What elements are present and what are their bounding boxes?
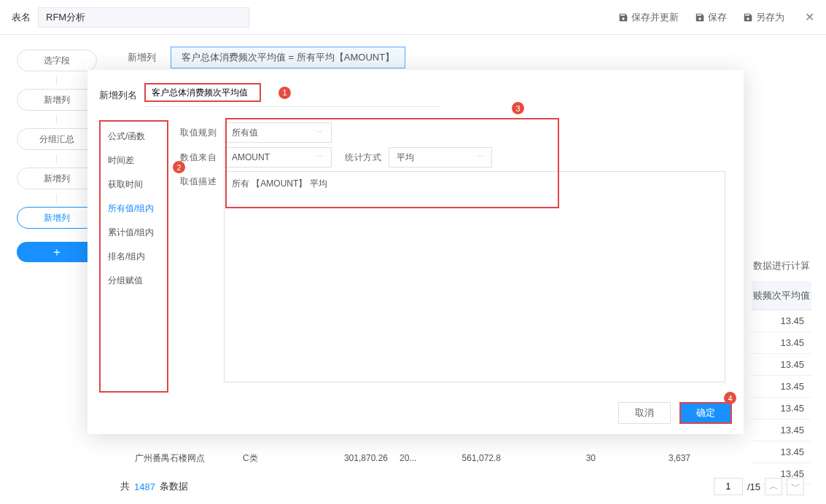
table-cell: 13.45 — [752, 332, 811, 354]
stat-value: 平均 — [397, 151, 414, 164]
table-cell: 13.45 — [752, 398, 811, 420]
page-total: /15 — [747, 481, 760, 492]
row-v4: 30 — [507, 453, 601, 463]
callout-4: 4 — [724, 392, 736, 404]
func-rank[interactable]: 排名/组内 — [101, 245, 167, 269]
page-input[interactable] — [714, 478, 743, 495]
page-next-button[interactable]: ﹀ — [787, 478, 804, 495]
table-name-input[interactable] — [38, 7, 249, 28]
form-area: 取值规则 所有值 ﹀ 数值来自 AMOUNT ﹀ 统计方式 平均 ﹀ — [180, 120, 732, 393]
cancel-button[interactable]: 取消 — [618, 402, 671, 424]
step-add-col-2[interactable]: 新增列 — [17, 168, 97, 189]
row-desc: 取值描述 所有 【AMOUNT】 平均 — [180, 171, 732, 382]
footer-suffix: 条数据 — [160, 480, 188, 493]
row-v2: 20... — [394, 453, 423, 463]
save-update-button[interactable]: 保存并更新 — [618, 11, 679, 24]
step-add-col-3[interactable]: 新增列 — [17, 207, 97, 229]
page-prev-button[interactable]: ︿ — [765, 478, 782, 495]
func-gettime[interactable]: 获取时间 — [101, 173, 167, 197]
stat-label: 统计方式 — [345, 151, 381, 164]
footer-count: 1487 — [134, 481, 155, 492]
save-as-button[interactable]: 另存为 — [743, 11, 784, 24]
ok-button[interactable]: 确定 — [679, 402, 732, 424]
modal-body: 公式/函数 时间差 获取时间 所有值/组内 累计值/组内 排名/组内 分组赋值 … — [87, 120, 744, 404]
step-add-col-1[interactable]: 新增列 — [17, 89, 97, 111]
modal-name-input[interactable] — [144, 83, 261, 102]
table-row: 广州番禺石楼网点 C类 301,870.26 20... 561,072.8 3… — [113, 447, 826, 469]
func-timediff[interactable]: 时间差 — [101, 149, 167, 173]
close-icon[interactable]: ✕ — [805, 10, 814, 24]
row-v5: 3,637 — [601, 453, 696, 463]
callout-2: 2 — [173, 161, 185, 173]
table-cell: 13.45 — [752, 420, 811, 441]
rule-label: 取值规则 — [180, 127, 217, 139]
chevron-down-icon: ﹀ — [791, 480, 800, 493]
table-footer: 共 1487 条数据 /15 ︿ ﹀ — [113, 476, 811, 497]
add-column-modal: 新增列名 1 公式/函数 时间差 获取时间 所有值/组内 累计值/组内 排名/组… — [87, 70, 744, 434]
chevron-down-icon: ﹀ — [477, 152, 484, 162]
row-source: 数值来自 AMOUNT ﹀ 统计方式 平均 ﹀ — [180, 145, 732, 170]
save-icon — [695, 12, 705, 23]
table-name-label: 表名 — [12, 11, 31, 24]
save-as-label: 另存为 — [756, 11, 784, 24]
modal-header: 新增列名 1 — [87, 70, 744, 120]
func-groupassign[interactable]: 分组赋值 — [101, 269, 167, 293]
header-right: 保存并更新 保存 另存为 ✕ — [618, 10, 814, 24]
row-rule: 取值规则 所有值 ﹀ — [180, 120, 732, 145]
modal-footer: 取消 确定 — [618, 402, 732, 424]
function-list: 公式/函数 时间差 获取时间 所有值/组内 累计值/组内 排名/组内 分组赋值 — [99, 120, 168, 393]
header-left: 表名 — [12, 7, 249, 28]
calc-label: 数据进行计算 — [753, 259, 810, 272]
footer-prefix: 共 — [120, 480, 130, 493]
col-header: 赎频次平均值 — [752, 281, 811, 310]
step-select-fields[interactable]: 选字段 — [17, 50, 97, 71]
callout-1: 1 — [278, 87, 291, 99]
row-class: C类 — [237, 452, 310, 465]
pager: /15 ︿ ﹀ — [714, 478, 804, 495]
chevron-down-icon: ﹀ — [316, 152, 324, 162]
table-cell: 13.45 — [752, 354, 811, 376]
add-col-label: 新增列 — [128, 51, 156, 64]
row-v1: 301,870.26 — [310, 453, 394, 463]
add-step-button[interactable]: ＋ — [17, 242, 97, 262]
row-store: 广州番禺石楼网点 — [113, 452, 237, 465]
desc-box[interactable]: 所有 【AMOUNT】 平均 — [224, 171, 725, 382]
func-allvalues[interactable]: 所有值/组内 — [101, 197, 167, 221]
callout-3: 3 — [512, 102, 524, 114]
save-as-icon — [743, 12, 753, 23]
step-group-summary[interactable]: 分组汇总 — [17, 128, 97, 150]
add-col-row: 新增列 客户总体消费频次平均值 = 所有平均【AMOUNT】 — [128, 47, 811, 68]
app-header: 表名 保存并更新 保存 另存为 ✕ — [0, 0, 826, 35]
rule-value: 所有值 — [232, 127, 258, 139]
table-cell: 13.45 — [752, 376, 811, 398]
save-button[interactable]: 保存 — [695, 11, 727, 24]
save-label: 保存 — [708, 11, 727, 24]
chevron-down-icon: ﹀ — [316, 127, 324, 138]
modal-name-wrap: 1 — [144, 83, 440, 107]
desc-label: 取值描述 — [180, 171, 217, 188]
chevron-up-icon: ︿ — [769, 480, 779, 493]
source-label: 数值来自 — [180, 151, 217, 164]
modal-name-label: 新增列名 — [99, 89, 137, 102]
func-formula[interactable]: 公式/函数 — [101, 125, 167, 149]
source-value: AMOUNT — [232, 152, 270, 162]
source-select[interactable]: AMOUNT ﹀ — [224, 147, 332, 168]
save-update-label: 保存并更新 — [631, 11, 679, 24]
save-refresh-icon — [618, 12, 628, 23]
rule-select[interactable]: 所有值 ﹀ — [224, 122, 332, 143]
formula-badge[interactable]: 客户总体消费频次平均值 = 所有平均【AMOUNT】 — [171, 47, 405, 68]
stat-select[interactable]: 平均 ﹀ — [389, 147, 492, 168]
func-cumvalues[interactable]: 累计值/组内 — [101, 221, 167, 245]
desc-text: 所有 【AMOUNT】 平均 — [232, 178, 327, 189]
row-v3: 561,072.8 — [423, 453, 507, 463]
table-cell: 13.45 — [752, 310, 811, 332]
